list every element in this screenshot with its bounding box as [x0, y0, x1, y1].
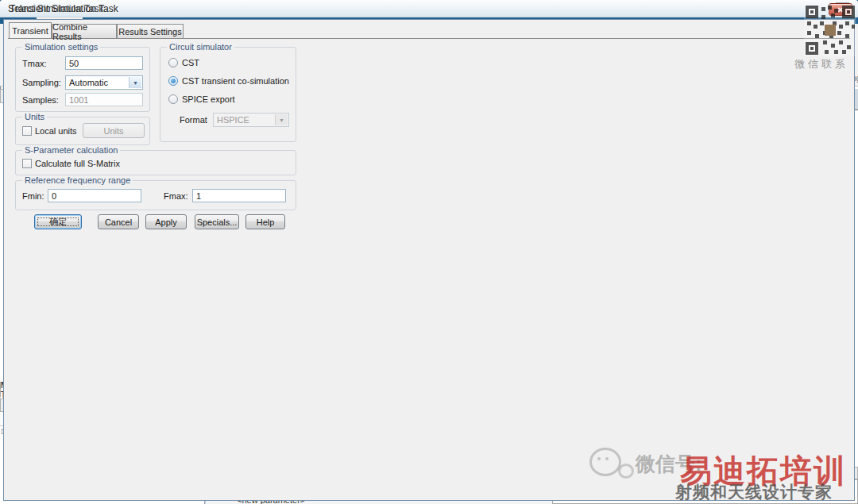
chevron-down-icon: ▼	[129, 77, 141, 88]
application-window: File Home Post-Processing View Paste Cut…	[0, 0, 858, 504]
radio-cst[interactable]	[168, 58, 178, 67]
dialog-body: Transient Combine Results Results Settin…	[3, 19, 855, 501]
sampling-label: Sampling:	[22, 78, 61, 87]
s-parameter-calculation-group: S-Parameter calculation Calculate full S…	[15, 150, 296, 175]
reference-frequency-range-group: Reference frequency range Fmin: Fmax:	[15, 180, 296, 210]
tab-results-settings[interactable]: Results Settings	[117, 24, 184, 38]
chevron-down-icon: ▼	[275, 114, 288, 125]
fmin-input[interactable]	[48, 189, 141, 202]
help-button[interactable]: Help	[245, 214, 285, 229]
close-icon[interactable]: ✕	[829, 3, 852, 16]
tmax-label: Tmax:	[22, 59, 47, 68]
simulation-settings-group: Simulation settings Tmax: Sampling: Auto…	[15, 47, 150, 112]
sampling-dropdown[interactable]: Automatic ▼	[65, 75, 143, 90]
fmax-label: Fmax:	[164, 191, 188, 201]
apply-button[interactable]: Apply	[145, 214, 187, 229]
tmax-input[interactable]	[65, 56, 143, 70]
radio-spice-export[interactable]	[168, 94, 178, 104]
transient-simulation-task-dialog: Transient Simulation Task ✕ Transient Co…	[0, 378, 307, 504]
units-button[interactable]: Units	[83, 123, 145, 138]
calculate-full-smatrix-checkbox[interactable]	[22, 159, 32, 168]
units-group: Units Local units Units	[15, 117, 150, 145]
format-label: Format	[180, 115, 207, 125]
samples-label: Samples:	[22, 95, 59, 105]
format-dropdown[interactable]: HSPICE ▼	[213, 113, 289, 127]
fmax-input[interactable]	[192, 189, 286, 202]
cancel-button[interactable]: Cancel	[98, 214, 139, 229]
ok-button[interactable]: 确定	[34, 214, 82, 229]
dialog-title: Transient Simulation Task	[10, 3, 118, 14]
tab-transient[interactable]: Transient	[9, 22, 52, 38]
circuit-simulator-group: Circuit simulator CST CST transient co-s…	[160, 47, 296, 142]
tab-combine-results[interactable]: Combine Results	[52, 24, 117, 38]
local-units-checkbox[interactable]	[22, 126, 32, 136]
tab-divider	[8, 38, 850, 39]
specials-button[interactable]: Specials...	[195, 214, 239, 229]
samples-input[interactable]	[65, 93, 143, 106]
dialog-titlebar[interactable]: Select Simulation Task ✕	[0, 0, 858, 17]
fmin-label: Fmin:	[22, 191, 44, 201]
radio-cst-transient-cosimulation[interactable]	[168, 76, 178, 86]
